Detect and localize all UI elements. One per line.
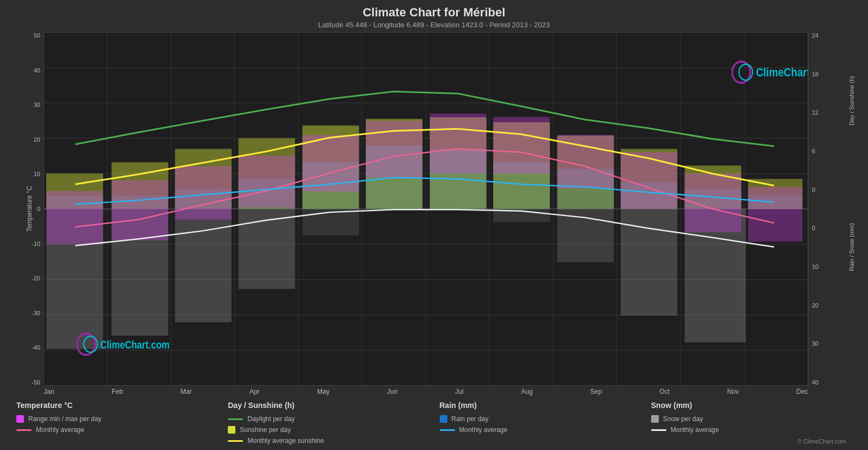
x-month-feb: Feb <box>112 388 123 395</box>
legend-temp-range-box <box>16 415 24 423</box>
legend-sunshine: Day / Sunshine (h) Daylight per day Suns… <box>222 401 434 445</box>
legend-snow-day-box <box>651 415 659 423</box>
svg-rect-60 <box>366 121 422 178</box>
x-month-apr: Apr <box>250 388 260 395</box>
legend-sunshine-swatch <box>228 426 235 434</box>
y-left-40: 40 <box>34 67 40 74</box>
x-month-jan: Jan <box>44 388 54 395</box>
x-month-may: May <box>317 388 330 395</box>
y-left-10: 10 <box>34 171 40 177</box>
svg-rect-61 <box>430 113 487 173</box>
legend-sunshine-avg: Monthly average sunshine <box>228 437 428 445</box>
svg-rect-66 <box>748 187 803 242</box>
legend-rain-day-label: Rain per day <box>452 415 489 423</box>
x-month-nov: Nov <box>727 388 739 395</box>
legend-snow-day: Snow per day <box>651 415 852 423</box>
svg-rect-55 <box>46 191 103 244</box>
x-month-dec: Dec <box>797 388 808 395</box>
legend-rain-title: Rain (mm) <box>440 401 640 410</box>
legend-daylight-label: Daylight per day <box>247 415 295 423</box>
legend-rain-day: Rain per day <box>440 415 640 423</box>
chart-area: Temperature °C 50 40 30 20 10 0 -10 -20 … <box>11 32 857 386</box>
y-left-0: 0 <box>37 206 40 212</box>
svg-text:ClimeChart.com: ClimeChart.com <box>100 339 169 351</box>
chart-title: Climate Chart for Méribel <box>11 5 857 20</box>
legend-snow: Snow (mm) Snow per day Monthly average ©… <box>646 401 857 445</box>
legend-rain-day-box <box>440 415 447 423</box>
y-right-30rain: 30 <box>812 340 857 347</box>
legend-temp-title: Temperature °C <box>16 401 217 410</box>
legend-snow-avg: Monthly average <box>651 426 852 434</box>
x-axis: Jan Feb Mar Apr May Jun Jul Aug Sep Oct … <box>44 386 808 398</box>
y-right-0sun: 0 <box>812 187 857 193</box>
y-left-minus30: -30 <box>32 310 40 316</box>
legend-temperature: Temperature °C Range min / max per day M… <box>11 401 222 445</box>
legend-temp-avg-label: Monthly average <box>36 426 84 434</box>
x-month-jun: Jun <box>387 388 397 395</box>
svg-rect-59 <box>302 135 359 191</box>
legend-sunshine-avg-label: Monthly average sunshine <box>247 437 324 445</box>
x-month-oct: Oct <box>659 388 670 395</box>
legend-temp-range: Range min / max per day <box>16 415 217 423</box>
svg-rect-58 <box>239 155 295 207</box>
y-left-minus50: -50 <box>32 379 40 386</box>
y-axis-left: Temperature °C 50 40 30 20 10 0 -10 -20 … <box>11 32 44 386</box>
legend-temp-range-label: Range min / max per day <box>28 415 101 423</box>
svg-rect-25 <box>239 209 295 289</box>
legend-area: Temperature °C Range min / max per day M… <box>11 401 857 445</box>
legend-snow-avg-label: Monthly average <box>671 426 719 434</box>
y-left-20: 20 <box>34 136 40 143</box>
copyright-text: © ClimeChart.com <box>651 438 852 445</box>
x-month-jul: Jul <box>455 388 463 395</box>
legend-temp-avg-line <box>16 429 32 431</box>
legend-sunshine-label: Sunshine per day <box>240 426 290 434</box>
y-left-label: Temperature °C <box>26 186 33 232</box>
svg-rect-56 <box>112 180 168 240</box>
legend-rain-avg: Monthly average <box>440 426 640 434</box>
legend-rain-avg-label: Monthly average <box>459 426 508 434</box>
y-left-30: 30 <box>34 101 40 108</box>
y-right-24: 24 <box>812 32 857 39</box>
y-left-minus40: -40 <box>32 344 40 351</box>
legend-daylight: Daylight per day <box>228 415 428 423</box>
svg-rect-26 <box>302 209 359 236</box>
legend-snow-day-label: Snow per day <box>663 415 703 423</box>
y-axis-right-rain-label: Rain / Snow (mm) <box>848 223 855 271</box>
legend-snow-avg-line <box>651 429 666 431</box>
legend-rain: Rain (mm) Rain per day Monthly average <box>434 401 646 445</box>
y-left-minus20: -20 <box>32 275 40 281</box>
svg-text:ClimeChart.com: ClimeChart.com <box>756 65 808 79</box>
legend-sunshine-avg-line <box>228 440 243 442</box>
y-left-50: 50 <box>34 32 40 39</box>
x-month-aug: Aug <box>521 388 532 395</box>
main-container: Climate Chart for Méribel Latitude 45.44… <box>0 0 868 450</box>
svg-rect-28 <box>557 209 614 262</box>
y-right-20rain: 20 <box>812 302 857 309</box>
svg-rect-62 <box>493 117 550 173</box>
y-right-40rain: 40 <box>812 379 857 386</box>
legend-sunshine-box: Sunshine per day <box>228 426 428 434</box>
chart-subtitle: Latitude 45.448 - Longitude 6.489 - Elev… <box>11 21 857 29</box>
x-month-mar: Mar <box>180 388 192 395</box>
legend-rain-avg-line <box>440 429 455 431</box>
legend-sunshine-title: Day / Sunshine (h) <box>228 401 428 410</box>
y-right-6: 6 <box>812 148 857 154</box>
y-axis-right: 24 18 12 6 0 0 10 20 30 40 Day / Sunshin… <box>808 32 857 386</box>
y-left-minus10: -10 <box>32 241 40 247</box>
y-axis-right-day-label: Day / Sunshine (h) <box>848 76 855 125</box>
x-month-sep: Sep <box>590 388 602 395</box>
svg-rect-24 <box>175 209 232 322</box>
legend-temp-avg: Monthly average <box>16 426 217 434</box>
chart-svg: ClimeChart.com ClimeChart.com <box>44 32 808 386</box>
chart-plot: ClimeChart.com ClimeChart.com <box>44 32 808 386</box>
legend-daylight-line <box>228 418 243 420</box>
legend-snow-title: Snow (mm) <box>651 401 852 410</box>
